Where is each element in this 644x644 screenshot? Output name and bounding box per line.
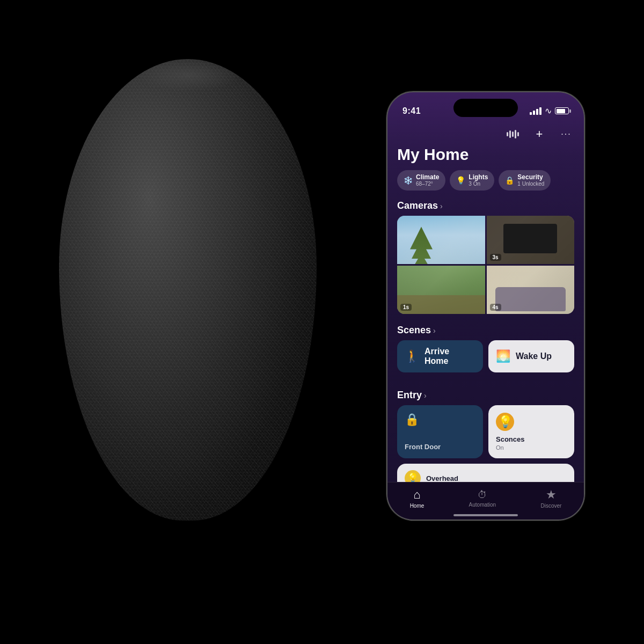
siri-bar-3	[512, 131, 514, 137]
wake-up-scene[interactable]: 🌅 Wake Up	[488, 340, 574, 372]
cameras-chevron-icon: ›	[440, 202, 443, 210]
homepod-mesh-detail	[59, 59, 317, 521]
homepod	[38, 59, 338, 542]
more-button[interactable]: ···	[558, 126, 574, 142]
tab-discover[interactable]: ★ Discover	[540, 488, 561, 509]
wifi-icon: ∿	[545, 106, 552, 116]
status-chips: ❄️ Climate 68–72° 💡 Lights 3 On	[387, 170, 584, 198]
tab-automation[interactable]: ⏱ Automation	[469, 489, 496, 508]
entry-chevron-icon: ›	[424, 391, 427, 400]
sconces-icon: 💡	[496, 413, 514, 431]
cameras-section-header[interactable]: Cameras ›	[387, 198, 584, 216]
signal-bar-3	[536, 109, 538, 115]
siri-button[interactable]	[504, 126, 521, 142]
home-tab-icon: ⌂	[413, 488, 420, 502]
discover-tab-label: Discover	[540, 503, 561, 509]
cam3-timestamp: 1s	[400, 304, 412, 311]
wake-up-icon: 🌅	[496, 349, 510, 363]
lights-icon: 💡	[456, 176, 465, 185]
iphone-power-button[interactable]	[584, 167, 585, 205]
iphone-screen: 9:41 ∿	[387, 92, 584, 519]
signal-bar-4	[539, 107, 541, 115]
entry-section-header[interactable]: Entry ›	[387, 387, 584, 405]
camera-cell-2[interactable]: 3s	[487, 216, 575, 264]
overhead-icon: 💡	[405, 470, 421, 482]
lights-label: Lights	[469, 173, 488, 181]
status-time: 9:41	[402, 106, 421, 116]
sconces-label: Sconces	[496, 435, 567, 443]
overhead-label: Overhead	[426, 474, 458, 482]
climate-chip-text: Climate 68–72°	[416, 173, 439, 187]
cam1-exterior	[397, 216, 485, 264]
sconces-card[interactable]: 💡 Sconces On	[488, 405, 574, 458]
add-button[interactable]: +	[531, 126, 547, 142]
status-icons: ∿	[530, 106, 569, 116]
scenes-section-header[interactable]: Scenes ›	[387, 323, 584, 340]
siri-bar-2	[509, 130, 511, 138]
camera-cell-3[interactable]: 1s	[397, 266, 485, 314]
camera-cell-1[interactable]	[397, 216, 485, 264]
climate-sublabel: 68–72°	[416, 181, 439, 187]
homepod-body	[59, 59, 317, 521]
arrive-home-icon: 🚶	[405, 349, 419, 363]
arrive-home-label: Arrive Home	[425, 347, 475, 366]
scenes-section-title: Scenes	[397, 325, 431, 336]
front-door-icon: 🔒	[405, 413, 475, 427]
climate-icon: ❄️	[404, 176, 413, 185]
lights-chip[interactable]: 💡 Lights 3 On	[450, 170, 494, 191]
lights-chip-text: Lights 3 On	[469, 173, 488, 187]
siri-bar-1	[507, 132, 508, 136]
discover-tab-icon: ★	[546, 488, 557, 502]
cam4-sofa	[495, 287, 566, 311]
iphone-frame: 9:41 ∿	[386, 91, 585, 521]
climate-chip[interactable]: ❄️ Climate 68–72°	[397, 170, 445, 191]
lights-sublabel: 3 On	[469, 181, 488, 187]
dynamic-island	[453, 99, 518, 117]
front-door-label: Front Door	[405, 443, 475, 451]
front-door-card[interactable]: 🔒 Front Door	[397, 405, 483, 458]
automation-tab-icon: ⏱	[478, 489, 487, 501]
signal-bar-2	[533, 111, 535, 115]
entry-section-title: Entry	[397, 390, 422, 401]
scenes-chevron-icon: ›	[433, 326, 436, 335]
sconces-sublabel: On	[496, 444, 567, 451]
overhead-card[interactable]: 💡 Overhead	[397, 464, 574, 482]
camera-grid: 3s 1s 4s	[397, 216, 574, 314]
cameras-section-title: Cameras	[397, 200, 438, 211]
entry-section: Entry › 🔒 Front Door 💡 Sconce	[387, 381, 584, 482]
battery-fill	[557, 109, 566, 113]
iphone: 9:41 ∿	[386, 91, 585, 521]
scene-container: 9:41 ∿	[27, 27, 617, 617]
home-tab-label: Home	[410, 503, 425, 509]
toolbar: + ···	[387, 122, 584, 142]
signal-bar-1	[530, 112, 532, 115]
home-indicator	[453, 514, 518, 516]
siri-bar-5	[517, 132, 519, 136]
wake-up-label: Wake Up	[516, 352, 552, 361]
security-icon: 🔒	[505, 176, 514, 185]
page-title: My Home	[387, 142, 584, 170]
sconces-text: Sconces On	[496, 431, 567, 451]
cam4-timestamp: 4s	[490, 304, 501, 311]
screen-content: + ··· My Home ❄️ Climate 68–72°	[387, 122, 584, 482]
siri-waveform-icon	[507, 130, 519, 138]
security-chip-text: Security 1 Unlocked	[517, 173, 544, 187]
arrive-home-scene[interactable]: 🚶 Arrive Home	[397, 340, 483, 372]
security-chip[interactable]: 🔒 Security 1 Unlocked	[499, 170, 551, 191]
signal-icon	[530, 107, 541, 115]
security-sublabel: 1 Unlocked	[517, 181, 544, 187]
climate-label: Climate	[416, 173, 439, 181]
camera-cell-4[interactable]: 4s	[487, 266, 575, 314]
homepod-top-glow	[134, 59, 241, 91]
cam2-timestamp: 3s	[490, 254, 501, 261]
automation-tab-label: Automation	[469, 502, 496, 508]
tab-home[interactable]: ⌂ Home	[410, 488, 425, 509]
scenes-grid: 🚶 Arrive Home 🌅 Wake Up	[387, 340, 584, 381]
security-label: Security	[517, 173, 544, 181]
entry-grid: 🔒 Front Door 💡 Sconces On	[387, 405, 584, 458]
cam2-floor-mat	[503, 224, 557, 253]
homepod-shape	[59, 59, 317, 521]
battery-icon	[555, 107, 569, 114]
siri-bar-4	[515, 130, 516, 138]
